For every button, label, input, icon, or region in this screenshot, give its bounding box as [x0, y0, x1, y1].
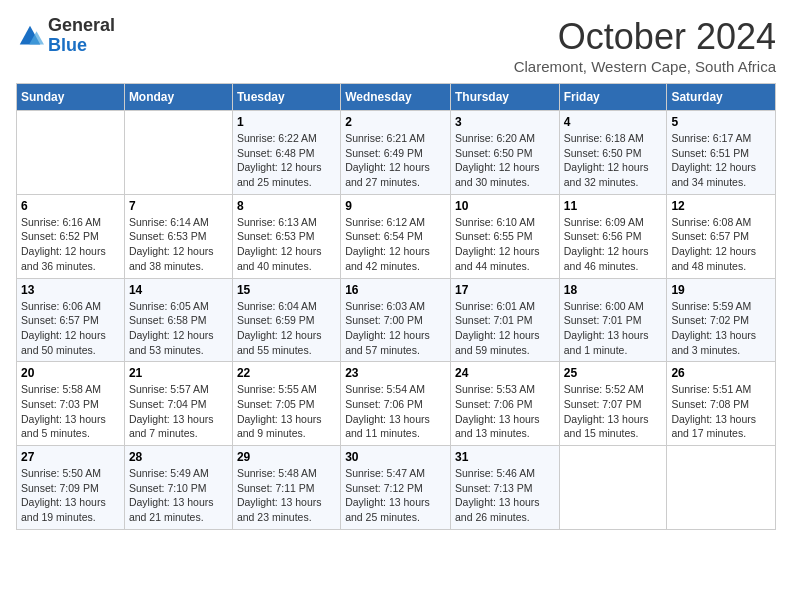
day-number: 1: [237, 115, 336, 129]
day-info: Sunrise: 5:48 AM Sunset: 7:11 PM Dayligh…: [237, 466, 336, 525]
day-info: Sunrise: 6:08 AM Sunset: 6:57 PM Dayligh…: [671, 215, 771, 274]
calendar-cell: 11Sunrise: 6:09 AM Sunset: 6:56 PM Dayli…: [559, 194, 667, 278]
calendar-cell: 5Sunrise: 6:17 AM Sunset: 6:51 PM Daylig…: [667, 111, 776, 195]
calendar-cell: 29Sunrise: 5:48 AM Sunset: 7:11 PM Dayli…: [232, 446, 340, 530]
day-info: Sunrise: 5:54 AM Sunset: 7:06 PM Dayligh…: [345, 382, 446, 441]
day-info: Sunrise: 5:53 AM Sunset: 7:06 PM Dayligh…: [455, 382, 555, 441]
calendar-cell: 10Sunrise: 6:10 AM Sunset: 6:55 PM Dayli…: [450, 194, 559, 278]
day-info: Sunrise: 5:51 AM Sunset: 7:08 PM Dayligh…: [671, 382, 771, 441]
day-info: Sunrise: 6:05 AM Sunset: 6:58 PM Dayligh…: [129, 299, 228, 358]
calendar-cell: [559, 446, 667, 530]
day-info: Sunrise: 6:17 AM Sunset: 6:51 PM Dayligh…: [671, 131, 771, 190]
day-number: 3: [455, 115, 555, 129]
calendar-cell: 15Sunrise: 6:04 AM Sunset: 6:59 PM Dayli…: [232, 278, 340, 362]
calendar-cell: 9Sunrise: 6:12 AM Sunset: 6:54 PM Daylig…: [341, 194, 451, 278]
logo: General Blue: [16, 16, 115, 56]
calendar-cell: 21Sunrise: 5:57 AM Sunset: 7:04 PM Dayli…: [124, 362, 232, 446]
calendar-cell: [667, 446, 776, 530]
week-row-1: 1Sunrise: 6:22 AM Sunset: 6:48 PM Daylig…: [17, 111, 776, 195]
calendar-table: SundayMondayTuesdayWednesdayThursdayFrid…: [16, 83, 776, 530]
day-number: 24: [455, 366, 555, 380]
day-number: 30: [345, 450, 446, 464]
day-info: Sunrise: 6:20 AM Sunset: 6:50 PM Dayligh…: [455, 131, 555, 190]
calendar-cell: 25Sunrise: 5:52 AM Sunset: 7:07 PM Dayli…: [559, 362, 667, 446]
calendar-cell: [124, 111, 232, 195]
day-info: Sunrise: 5:57 AM Sunset: 7:04 PM Dayligh…: [129, 382, 228, 441]
calendar-cell: 30Sunrise: 5:47 AM Sunset: 7:12 PM Dayli…: [341, 446, 451, 530]
calendar-cell: [17, 111, 125, 195]
day-info: Sunrise: 5:59 AM Sunset: 7:02 PM Dayligh…: [671, 299, 771, 358]
header-cell-monday: Monday: [124, 84, 232, 111]
day-number: 28: [129, 450, 228, 464]
day-number: 16: [345, 283, 446, 297]
day-number: 12: [671, 199, 771, 213]
header-cell-saturday: Saturday: [667, 84, 776, 111]
page-header: General Blue October 2024 Claremont, Wes…: [16, 16, 776, 75]
calendar-cell: 3Sunrise: 6:20 AM Sunset: 6:50 PM Daylig…: [450, 111, 559, 195]
day-info: Sunrise: 6:21 AM Sunset: 6:49 PM Dayligh…: [345, 131, 446, 190]
header-cell-friday: Friday: [559, 84, 667, 111]
day-info: Sunrise: 6:03 AM Sunset: 7:00 PM Dayligh…: [345, 299, 446, 358]
header-cell-tuesday: Tuesday: [232, 84, 340, 111]
calendar-cell: 12Sunrise: 6:08 AM Sunset: 6:57 PM Dayli…: [667, 194, 776, 278]
day-info: Sunrise: 5:49 AM Sunset: 7:10 PM Dayligh…: [129, 466, 228, 525]
calendar-cell: 28Sunrise: 5:49 AM Sunset: 7:10 PM Dayli…: [124, 446, 232, 530]
month-title: October 2024: [514, 16, 776, 58]
logo-text: General Blue: [48, 16, 115, 56]
calendar-cell: 24Sunrise: 5:53 AM Sunset: 7:06 PM Dayli…: [450, 362, 559, 446]
day-number: 6: [21, 199, 120, 213]
day-number: 7: [129, 199, 228, 213]
day-info: Sunrise: 6:00 AM Sunset: 7:01 PM Dayligh…: [564, 299, 663, 358]
day-info: Sunrise: 5:58 AM Sunset: 7:03 PM Dayligh…: [21, 382, 120, 441]
day-number: 20: [21, 366, 120, 380]
header-cell-wednesday: Wednesday: [341, 84, 451, 111]
logo-icon: [16, 22, 44, 50]
day-info: Sunrise: 5:46 AM Sunset: 7:13 PM Dayligh…: [455, 466, 555, 525]
day-number: 14: [129, 283, 228, 297]
day-info: Sunrise: 5:55 AM Sunset: 7:05 PM Dayligh…: [237, 382, 336, 441]
header-row: SundayMondayTuesdayWednesdayThursdayFrid…: [17, 84, 776, 111]
day-number: 4: [564, 115, 663, 129]
calendar-cell: 18Sunrise: 6:00 AM Sunset: 7:01 PM Dayli…: [559, 278, 667, 362]
day-info: Sunrise: 6:13 AM Sunset: 6:53 PM Dayligh…: [237, 215, 336, 274]
day-number: 11: [564, 199, 663, 213]
day-number: 13: [21, 283, 120, 297]
day-info: Sunrise: 5:52 AM Sunset: 7:07 PM Dayligh…: [564, 382, 663, 441]
day-number: 21: [129, 366, 228, 380]
day-number: 17: [455, 283, 555, 297]
week-row-4: 20Sunrise: 5:58 AM Sunset: 7:03 PM Dayli…: [17, 362, 776, 446]
day-info: Sunrise: 6:06 AM Sunset: 6:57 PM Dayligh…: [21, 299, 120, 358]
title-area: October 2024 Claremont, Western Cape, So…: [514, 16, 776, 75]
calendar-cell: 22Sunrise: 5:55 AM Sunset: 7:05 PM Dayli…: [232, 362, 340, 446]
day-info: Sunrise: 6:12 AM Sunset: 6:54 PM Dayligh…: [345, 215, 446, 274]
day-info: Sunrise: 5:47 AM Sunset: 7:12 PM Dayligh…: [345, 466, 446, 525]
day-info: Sunrise: 6:22 AM Sunset: 6:48 PM Dayligh…: [237, 131, 336, 190]
day-number: 27: [21, 450, 120, 464]
calendar-cell: 14Sunrise: 6:05 AM Sunset: 6:58 PM Dayli…: [124, 278, 232, 362]
calendar-cell: 1Sunrise: 6:22 AM Sunset: 6:48 PM Daylig…: [232, 111, 340, 195]
day-number: 9: [345, 199, 446, 213]
day-number: 19: [671, 283, 771, 297]
week-row-3: 13Sunrise: 6:06 AM Sunset: 6:57 PM Dayli…: [17, 278, 776, 362]
day-info: Sunrise: 6:04 AM Sunset: 6:59 PM Dayligh…: [237, 299, 336, 358]
calendar-cell: 19Sunrise: 5:59 AM Sunset: 7:02 PM Dayli…: [667, 278, 776, 362]
day-number: 18: [564, 283, 663, 297]
calendar-cell: 23Sunrise: 5:54 AM Sunset: 7:06 PM Dayli…: [341, 362, 451, 446]
day-info: Sunrise: 6:16 AM Sunset: 6:52 PM Dayligh…: [21, 215, 120, 274]
day-info: Sunrise: 6:09 AM Sunset: 6:56 PM Dayligh…: [564, 215, 663, 274]
calendar-cell: 27Sunrise: 5:50 AM Sunset: 7:09 PM Dayli…: [17, 446, 125, 530]
day-info: Sunrise: 6:14 AM Sunset: 6:53 PM Dayligh…: [129, 215, 228, 274]
week-row-5: 27Sunrise: 5:50 AM Sunset: 7:09 PM Dayli…: [17, 446, 776, 530]
calendar-cell: 7Sunrise: 6:14 AM Sunset: 6:53 PM Daylig…: [124, 194, 232, 278]
day-number: 22: [237, 366, 336, 380]
week-row-2: 6Sunrise: 6:16 AM Sunset: 6:52 PM Daylig…: [17, 194, 776, 278]
calendar-cell: 31Sunrise: 5:46 AM Sunset: 7:13 PM Dayli…: [450, 446, 559, 530]
calendar-cell: 6Sunrise: 6:16 AM Sunset: 6:52 PM Daylig…: [17, 194, 125, 278]
day-number: 23: [345, 366, 446, 380]
day-number: 25: [564, 366, 663, 380]
calendar-cell: 8Sunrise: 6:13 AM Sunset: 6:53 PM Daylig…: [232, 194, 340, 278]
header-cell-thursday: Thursday: [450, 84, 559, 111]
calendar-cell: 26Sunrise: 5:51 AM Sunset: 7:08 PM Dayli…: [667, 362, 776, 446]
day-number: 15: [237, 283, 336, 297]
day-number: 31: [455, 450, 555, 464]
